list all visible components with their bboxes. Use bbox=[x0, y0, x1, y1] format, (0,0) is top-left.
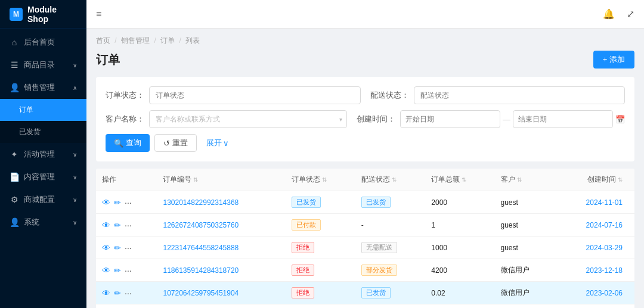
sidebar-item-label: 内容管理 bbox=[24, 172, 55, 182]
view-icon[interactable]: 👁 bbox=[102, 198, 110, 207]
expand-button-label: 展开 bbox=[206, 138, 222, 148]
filter-row-1: 订单状态： 配送状态： bbox=[106, 86, 625, 104]
order-no-cell: 1223147644558245888 bbox=[157, 237, 286, 259]
filter-delivery-status: 配送状态： bbox=[370, 86, 626, 104]
sidebar-item-content[interactable]: 📄 内容管理 ∨ bbox=[0, 166, 86, 188]
col-total[interactable]: 订单总额⇅ bbox=[425, 169, 494, 191]
more-icon[interactable]: ··· bbox=[125, 220, 132, 230]
query-button-label: 查询 bbox=[126, 138, 141, 148]
table-row: 👁 ✏ ··· 1072064259795451904 拒绝 已发货 0.02 … bbox=[96, 282, 634, 304]
activity-icon: ✦ bbox=[10, 150, 19, 159]
date-range: — 📅 bbox=[400, 110, 625, 128]
sidebar-menu: ⌂ 后台首页 ☰ 商品目录 ∨ 👤 销售管理 ∧ 订单 已发货 ✦ 活动管理 ∨ bbox=[0, 29, 86, 308]
table-row: 👁 ✏ ··· 1262672408750325760 已付款 - 1 gues… bbox=[96, 214, 634, 237]
breadcrumb-orders[interactable]: 订单 bbox=[160, 36, 175, 45]
view-icon[interactable]: 👁 bbox=[102, 266, 110, 275]
create-time-cell: 2024-07-16 bbox=[555, 214, 634, 237]
order-status-badge: 已付款 bbox=[292, 219, 321, 231]
calendar-icon[interactable]: 📅 bbox=[615, 115, 625, 124]
table-row: 👁 ✏ ··· 958885971883982848 已发货 已发货 0.65 … bbox=[96, 304, 634, 309]
total-cell: 0.02 bbox=[425, 282, 494, 304]
reset-button[interactable]: ↺ 重置 bbox=[154, 134, 197, 152]
page-title-row: 订单 + 添加 bbox=[96, 51, 634, 69]
sidebar-item-dashboard[interactable]: ⌂ 后台首页 bbox=[0, 31, 86, 54]
view-icon[interactable]: 👁 bbox=[102, 220, 110, 230]
order-no-cell: 1302014822992314368 bbox=[157, 191, 286, 214]
breadcrumb-sales[interactable]: 销售管理 bbox=[121, 36, 150, 45]
total-cell: 4200 bbox=[425, 259, 494, 282]
customer-cell: 微信用户 bbox=[495, 304, 555, 309]
bell-icon[interactable]: 🔔 bbox=[603, 8, 615, 20]
view-icon[interactable]: 👁 bbox=[102, 288, 110, 298]
action-cell: 👁 ✏ ··· bbox=[96, 191, 157, 214]
table-body: 👁 ✏ ··· 1302014822992314368 已发货 已发货 2000… bbox=[96, 191, 634, 309]
create-time-cell: 2024-03-29 bbox=[555, 237, 634, 259]
delivery-status-cell: 已发货 bbox=[355, 304, 426, 309]
start-date-input[interactable] bbox=[400, 110, 500, 128]
delivery-status-label: 配送状态： bbox=[370, 90, 409, 101]
col-create-time[interactable]: 创建时间⇅ bbox=[555, 169, 634, 191]
action-cell: 👁 ✏ ··· bbox=[96, 214, 157, 237]
col-order-status[interactable]: 订单状态⇅ bbox=[286, 169, 355, 191]
edit-icon[interactable]: ✏ bbox=[114, 198, 121, 207]
filter-customer: 客户名称： 客户名称或联系方式 bbox=[106, 110, 347, 128]
expand-button[interactable]: 展开 ∨ bbox=[202, 134, 234, 152]
create-time-cell: 2024-11-01 bbox=[555, 191, 634, 214]
create-time-cell: 2022-03-31 bbox=[555, 304, 634, 309]
edit-icon[interactable]: ✏ bbox=[114, 243, 121, 253]
breadcrumb-home[interactable]: 首页 bbox=[96, 36, 110, 45]
col-customer[interactable]: 客户⇅ bbox=[495, 169, 555, 191]
col-delivery-status[interactable]: 配送状态⇅ bbox=[355, 169, 426, 191]
edit-icon[interactable]: ✏ bbox=[114, 220, 121, 230]
col-order-no[interactable]: 订单编号⇅ bbox=[157, 169, 286, 191]
action-cell: 👁 ✏ ··· bbox=[96, 259, 157, 282]
sidebar-item-store[interactable]: ⚙ 商城配置 ∨ bbox=[0, 188, 86, 211]
reset-button-label: 重置 bbox=[172, 138, 188, 148]
add-order-button[interactable]: + 添加 bbox=[593, 51, 634, 69]
content-icon: 📄 bbox=[10, 172, 19, 182]
sort-icon: ⇅ bbox=[618, 176, 623, 183]
filter-area: 订单状态： 配送状态： 客户名称： 客户名称或联系方式 bbox=[96, 77, 634, 161]
sidebar-item-products[interactable]: ☰ 商品目录 ∨ bbox=[0, 54, 86, 76]
delivery-status-badge: 已发货 bbox=[361, 287, 391, 298]
sidebar-item-system[interactable]: 👤 系统 ∨ bbox=[0, 211, 86, 234]
store-icon: ⚙ bbox=[10, 195, 19, 204]
order-status-input[interactable] bbox=[149, 86, 361, 104]
edit-icon[interactable]: ✏ bbox=[114, 266, 121, 275]
end-date-input[interactable] bbox=[513, 110, 613, 128]
order-no-cell: 1186135914284318720 bbox=[157, 259, 286, 282]
sidebar-item-shipped[interactable]: 已发货 bbox=[0, 121, 86, 143]
sidebar-item-label: 商品目录 bbox=[24, 60, 55, 70]
sidebar-item-activity[interactable]: ✦ 活动管理 ∨ bbox=[0, 143, 86, 166]
more-icon[interactable]: ··· bbox=[125, 266, 132, 275]
table-row: 👁 ✏ ··· 1186135914284318720 拒绝 部分发货 4200… bbox=[96, 259, 634, 282]
delivery-status-input[interactable] bbox=[414, 86, 626, 104]
chevron-down-icon: ∨ bbox=[73, 219, 77, 226]
more-icon[interactable]: ··· bbox=[125, 243, 132, 253]
create-time-cell: 2023-02-06 bbox=[555, 282, 634, 304]
sidebar-sales-submenu: 订单 已发货 bbox=[0, 99, 86, 143]
fullscreen-icon[interactable]: ⤢ bbox=[627, 8, 634, 20]
header: ≡ 🔔 ⤢ bbox=[86, 0, 644, 29]
table-row: 👁 ✏ ··· 1223147644558245888 拒绝 无需配送 1000… bbox=[96, 237, 634, 259]
sort-icon: ⇅ bbox=[392, 176, 397, 183]
total-cell: 0.65 bbox=[425, 304, 494, 309]
menu-toggle-icon[interactable]: ≡ bbox=[96, 9, 101, 20]
order-no-cell: 958885971883982848 bbox=[157, 304, 286, 309]
sidebar-item-orders[interactable]: 订单 bbox=[0, 99, 86, 121]
order-status-cell: 拒绝 bbox=[286, 282, 355, 304]
order-no-cell: 1262672408750325760 bbox=[157, 214, 286, 237]
query-button[interactable]: 🔍 查询 bbox=[106, 134, 150, 152]
more-icon[interactable]: ··· bbox=[125, 198, 132, 207]
edit-icon[interactable]: ✏ bbox=[114, 288, 121, 298]
app-logo[interactable]: M Module Shop bbox=[0, 0, 86, 29]
date-separator: — bbox=[503, 115, 510, 124]
chevron-down-icon: ∨ bbox=[73, 197, 77, 203]
customer-select[interactable]: 客户名称或联系方式 bbox=[149, 110, 347, 128]
more-icon[interactable]: ··· bbox=[125, 288, 132, 298]
total-cell: 1000 bbox=[425, 237, 494, 259]
view-icon[interactable]: 👁 bbox=[102, 243, 110, 253]
sidebar-item-sales[interactable]: 👤 销售管理 ∧ bbox=[0, 76, 86, 99]
customer-cell: guest bbox=[495, 191, 555, 214]
order-status-cell: 拒绝 bbox=[286, 259, 355, 282]
